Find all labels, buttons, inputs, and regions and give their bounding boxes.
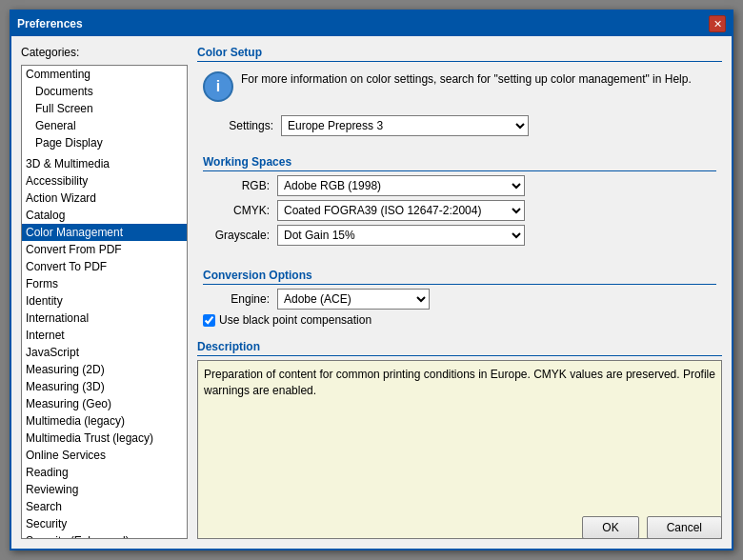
grayscale-select[interactable]: Dot Gain 15%: [277, 225, 525, 246]
sidebar-item-reading[interactable]: Reading: [22, 464, 187, 481]
cancel-button[interactable]: Cancel: [647, 516, 722, 539]
sidebar-item-accessibility[interactable]: Accessibility: [22, 172, 187, 190]
categories-list[interactable]: CommentingDocumentsFull ScreenGeneralPag…: [21, 65, 188, 539]
sidebar-item-security[interactable]: Security: [22, 515, 187, 532]
sidebar-item-color-management[interactable]: Color Management: [22, 224, 187, 241]
color-setup-section: Color Setup i For more information on co…: [197, 46, 722, 108]
black-point-row: Use black point compensation: [203, 313, 716, 327]
grayscale-row: Grayscale: Dot Gain 15%: [203, 225, 716, 246]
description-box: Preparation of content for common printi…: [197, 360, 722, 539]
sidebar-item-security-enhanced[interactable]: Security (Enhanced): [22, 532, 187, 539]
grayscale-label: Grayscale:: [203, 229, 270, 242]
cmyk-label: CMYK:: [203, 204, 270, 217]
sidebar-item-forms[interactable]: Forms: [22, 275, 187, 292]
cmyk-row: CMYK: Coated FOGRA39 (ISO 12647-2:2004): [203, 200, 716, 221]
sidebar-item-online-services[interactable]: Online Services: [22, 447, 187, 464]
sidebar-item-international[interactable]: International: [22, 310, 187, 327]
sidebar-item-internet[interactable]: Internet: [22, 327, 187, 344]
sidebar-item-convert-from-pdf[interactable]: Convert From PDF: [22, 241, 187, 258]
sidebar-item-catalog[interactable]: Catalog: [22, 207, 187, 224]
description-section: Description Preparation of content for c…: [197, 340, 722, 539]
cmyk-select[interactable]: Coated FOGRA39 (ISO 12647-2:2004): [277, 200, 525, 221]
dialog-body: Categories: CommentingDocumentsFull Scre…: [11, 36, 732, 549]
rgb-label: RGB:: [203, 179, 270, 192]
right-panel: Color Setup i For more information on co…: [197, 46, 722, 539]
engine-row: Engine: Adobe (ACE): [203, 289, 716, 310]
black-point-label: Use black point compensation: [219, 313, 372, 327]
sidebar-item-multimedia-legacy[interactable]: Multimedia (legacy): [22, 412, 187, 430]
description-title: Description: [197, 340, 722, 356]
preferences-dialog: Preferences ✕ Categories: CommentingDocu…: [10, 10, 733, 550]
bottom-bar: OK Cancel: [582, 516, 722, 539]
info-text: For more information on color settings, …: [241, 71, 692, 88]
engine-select[interactable]: Adobe (ACE): [277, 289, 430, 310]
sidebar-item-measuring-3d[interactable]: Measuring (3D): [22, 378, 187, 395]
working-spaces-title: Working Spaces: [203, 155, 716, 171]
dialog-title: Preferences: [17, 17, 83, 30]
rgb-select[interactable]: Adobe RGB (1998): [277, 175, 525, 196]
sidebar-item-page-display[interactable]: Page Display: [22, 134, 187, 151]
info-icon: i: [203, 71, 233, 102]
settings-label: Settings:: [197, 119, 273, 132]
info-box: i For more information on color settings…: [197, 66, 722, 108]
sidebar-item-3d-multimedia[interactable]: 3D & Multimedia: [22, 155, 187, 172]
close-button[interactable]: ✕: [709, 15, 726, 32]
sidebar-item-convert-to-pdf[interactable]: Convert To PDF: [22, 258, 187, 275]
sidebar-item-measuring-2d[interactable]: Measuring (2D): [22, 361, 187, 378]
settings-row: Settings: Europe Prepress 3: [197, 115, 722, 136]
title-bar: Preferences ✕: [11, 11, 732, 36]
sidebar-item-search[interactable]: Search: [22, 498, 187, 515]
sidebar-item-measuring-geo[interactable]: Measuring (Geo): [22, 395, 187, 412]
left-panel: Categories: CommentingDocumentsFull Scre…: [21, 46, 188, 539]
sidebar-item-documents[interactable]: Documents: [22, 83, 187, 100]
sidebar-item-general[interactable]: General: [22, 117, 187, 134]
sidebar-item-action-wizard[interactable]: Action Wizard: [22, 190, 187, 207]
sidebar-item-multimedia-trust[interactable]: Multimedia Trust (legacy): [22, 430, 187, 447]
rgb-row: RGB: Adobe RGB (1998): [203, 175, 716, 196]
categories-label: Categories:: [21, 46, 188, 59]
sidebar-item-commenting[interactable]: Commenting: [22, 66, 187, 83]
conversion-options-section: Conversion Options Engine: Adobe (ACE) U…: [197, 263, 722, 332]
settings-select[interactable]: Europe Prepress 3: [281, 115, 529, 136]
engine-label: Engine:: [203, 292, 270, 306]
black-point-checkbox[interactable]: [203, 314, 215, 327]
sidebar-item-reviewing[interactable]: Reviewing: [22, 481, 187, 498]
working-spaces-section: Working Spaces RGB: Adobe RGB (1998) CMY…: [197, 150, 722, 255]
ok-button[interactable]: OK: [582, 516, 638, 539]
sidebar-item-full-screen[interactable]: Full Screen: [22, 100, 187, 117]
sidebar-item-identity[interactable]: Identity: [22, 292, 187, 310]
conversion-options-title: Conversion Options: [203, 269, 716, 285]
color-setup-title: Color Setup: [197, 46, 722, 62]
sidebar-item-javascript[interactable]: JavaScript: [22, 344, 187, 361]
